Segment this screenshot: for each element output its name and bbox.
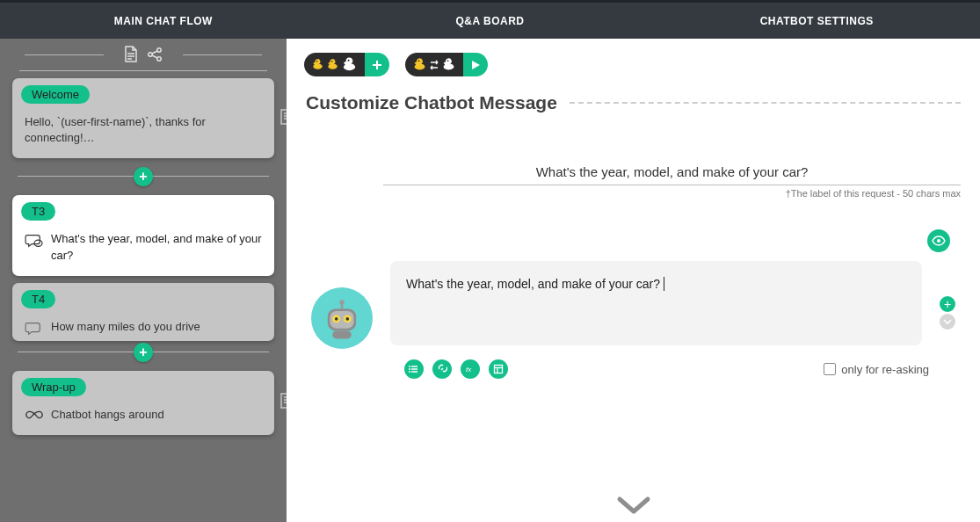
template-tool-button[interactable] bbox=[489, 359, 508, 379]
action-strip bbox=[287, 39, 980, 92]
note-icon[interactable] bbox=[279, 392, 287, 413]
add-step-divider: + bbox=[12, 341, 274, 364]
bot-avatar bbox=[311, 287, 373, 349]
share-icon[interactable] bbox=[146, 46, 163, 63]
divider-dash bbox=[570, 102, 961, 104]
run-button[interactable] bbox=[463, 53, 488, 76]
card-badge: Wrap-up bbox=[21, 378, 86, 396]
svg-rect-25 bbox=[495, 366, 503, 373]
flow-card-welcome[interactable]: Welcome Hello, `(user-first-name)`, than… bbox=[12, 78, 274, 158]
sidebar-toolbar bbox=[12, 39, 274, 70]
svg-point-0 bbox=[149, 53, 152, 56]
duck-icon bbox=[341, 56, 358, 73]
bubble-tool-row: fx only for re-asking bbox=[404, 359, 955, 379]
flow-card-t3[interactable]: T3 What's the year, model, and make of y… bbox=[12, 195, 274, 275]
expand-down-button[interactable] bbox=[616, 496, 651, 520]
card-text: Hello, `(user-first-name)`, thanks for c… bbox=[25, 114, 262, 146]
duck-group-add bbox=[304, 53, 389, 76]
add-step-toolbar-button[interactable] bbox=[365, 53, 389, 76]
duck-group-run bbox=[405, 53, 488, 76]
svg-point-5 bbox=[34, 240, 42, 246]
card-text: What's the year, model, and make of your… bbox=[51, 231, 262, 263]
svg-text:fx: fx bbox=[466, 366, 472, 373]
svg-point-17 bbox=[335, 317, 338, 321]
add-step-divider: + bbox=[12, 165, 274, 188]
svg-point-1 bbox=[157, 48, 161, 52]
link-icon bbox=[437, 364, 447, 374]
tab-main-chat-flow[interactable]: MAIN CHAT FLOW bbox=[0, 3, 327, 39]
flow-card-wrapup[interactable]: Wrap-up Chatbot hangs around bbox=[12, 371, 274, 435]
svg-rect-20 bbox=[332, 330, 352, 338]
message-textarea[interactable]: What's the year, model, and make of your… bbox=[390, 261, 922, 345]
infinity-icon bbox=[25, 409, 44, 421]
tab-chatbot-settings[interactable]: CHATBOT SETTINGS bbox=[653, 3, 980, 39]
preview-button[interactable] bbox=[927, 229, 950, 252]
add-step-button[interactable]: + bbox=[134, 343, 153, 362]
message-text: What's the year, model, and make of your… bbox=[406, 277, 660, 291]
card-badge: T3 bbox=[21, 202, 55, 221]
template-icon bbox=[493, 364, 504, 374]
chat-icon bbox=[25, 233, 44, 249]
svg-point-19 bbox=[346, 317, 350, 321]
duck-pill bbox=[405, 53, 463, 76]
duck-icon bbox=[412, 57, 427, 72]
svg-point-10 bbox=[447, 60, 449, 62]
robot-icon bbox=[318, 294, 366, 342]
duck-pill bbox=[304, 53, 365, 76]
flow-card-t4[interactable]: T4 How many miles do you drive bbox=[12, 283, 274, 341]
card-badge: T4 bbox=[21, 290, 55, 308]
duck-icon bbox=[311, 58, 324, 71]
add-bubble-button[interactable]: + bbox=[940, 296, 955, 312]
reask-checkbox-row: only for re-asking bbox=[824, 363, 929, 376]
label-field-row: What's the year, model, and make of your… bbox=[383, 164, 961, 185]
swap-icon bbox=[429, 59, 439, 71]
function-icon: fx bbox=[465, 364, 475, 374]
flow-sidebar: Welcome Hello, `(user-first-name)`, than… bbox=[0, 39, 287, 522]
card-text: Chatbot hangs around bbox=[51, 407, 164, 423]
reask-label: only for re-asking bbox=[841, 363, 929, 376]
label-input[interactable]: What's the year, model, and make of your… bbox=[383, 164, 961, 179]
list-tool-button[interactable] bbox=[404, 359, 424, 379]
svg-line-3 bbox=[152, 51, 157, 54]
reask-checkbox[interactable] bbox=[824, 363, 836, 375]
svg-point-23 bbox=[409, 371, 410, 373]
svg-point-9 bbox=[418, 60, 420, 62]
eye-icon bbox=[932, 236, 946, 246]
add-step-button[interactable]: + bbox=[134, 167, 153, 186]
chat-icon bbox=[25, 321, 44, 337]
tab-qa-board[interactable]: Q&A BOARD bbox=[327, 3, 654, 39]
card-badge: Welcome bbox=[21, 85, 90, 104]
link-tool-button[interactable] bbox=[432, 359, 452, 379]
svg-point-11 bbox=[937, 239, 940, 243]
svg-point-7 bbox=[331, 61, 333, 62]
editor-panel: Customize Chatbot Message What's the yea… bbox=[287, 39, 980, 522]
svg-rect-13 bbox=[341, 304, 344, 308]
svg-point-8 bbox=[348, 60, 350, 62]
svg-point-6 bbox=[316, 61, 318, 62]
label-hint: †The label of this request - 50 chars ma… bbox=[786, 185, 961, 199]
document-icon[interactable] bbox=[123, 46, 139, 63]
list-icon bbox=[409, 364, 419, 374]
move-down-button[interactable] bbox=[940, 314, 955, 330]
svg-point-2 bbox=[157, 57, 161, 61]
duck-icon bbox=[441, 57, 456, 72]
svg-point-22 bbox=[409, 368, 410, 370]
chevron-down-icon bbox=[943, 318, 952, 325]
duck-icon bbox=[326, 58, 339, 71]
svg-point-21 bbox=[409, 366, 410, 367]
section-title: Customize Chatbot Message bbox=[306, 92, 557, 113]
note-icon[interactable] bbox=[279, 108, 287, 129]
card-text: How many miles do you drive bbox=[51, 319, 200, 335]
chevron-down-icon bbox=[616, 496, 651, 517]
top-tab-bar: MAIN CHAT FLOW Q&A BOARD CHATBOT SETTING… bbox=[0, 0, 980, 39]
svg-line-4 bbox=[152, 55, 157, 58]
fx-tool-button[interactable]: fx bbox=[461, 359, 480, 379]
